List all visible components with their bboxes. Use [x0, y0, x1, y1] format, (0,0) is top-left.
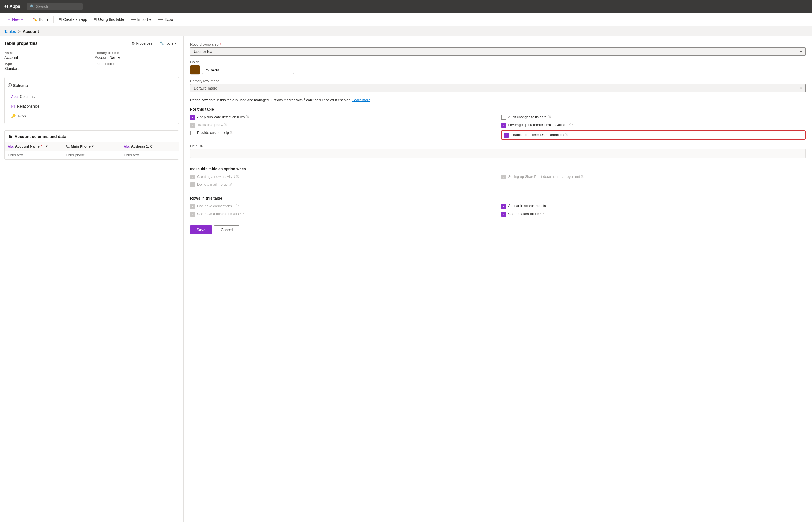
- name-prop: Name Account: [4, 51, 88, 60]
- mail-merge-info-icon[interactable]: ⓘ: [229, 182, 232, 187]
- help-url-label: Help URL: [190, 144, 806, 148]
- apply-duplicate-info-icon[interactable]: ⓘ: [246, 115, 249, 119]
- rows-title: Rows in this table: [190, 196, 806, 200]
- contact-email-info-icon[interactable]: ⓘ: [240, 212, 244, 216]
- contact-email-check-icon: ✓: [191, 212, 194, 216]
- record-ownership-group: Record ownership * User or team ▾: [190, 42, 806, 56]
- ltdr-info-icon[interactable]: ⓘ: [565, 133, 568, 137]
- schema-section: ⓘ Schema Abc Columns ⋈ Relationships 🔑 K…: [4, 77, 179, 124]
- color-swatch[interactable]: [190, 65, 200, 75]
- track-info-icon[interactable]: ⓘ: [224, 122, 227, 127]
- plus-icon: ＋: [7, 17, 11, 22]
- properties-button[interactable]: ⚙ Properties: [129, 40, 155, 46]
- color-input[interactable]: [202, 66, 294, 74]
- enter-text-3[interactable]: [124, 153, 175, 157]
- create-app-button[interactable]: ⊞ Create an app: [56, 16, 90, 23]
- taken-offline-checkbox[interactable]: ✓: [501, 212, 506, 217]
- taken-offline-label: Can be taken offline ⓘ: [508, 212, 544, 216]
- record-ownership-dropdown[interactable]: User or team ▾: [190, 47, 806, 56]
- help-url-box[interactable]: [190, 149, 806, 158]
- mail-merge-row: ✓ Doing a mail merge ⓘ: [190, 182, 495, 187]
- provide-custom-help-label: Provide custom help ⓘ: [197, 130, 234, 135]
- audit-changes-label: Audit changes to its data ⓘ: [508, 115, 551, 119]
- provide-custom-help-checkbox[interactable]: [190, 130, 195, 136]
- type-label: Type: [4, 62, 88, 66]
- sort-asc-icon[interactable]: ↑: [43, 144, 45, 148]
- audit-info-icon[interactable]: ⓘ: [548, 115, 551, 119]
- new-button[interactable]: ＋ New ▾: [4, 16, 26, 23]
- col-header-1: Abc Account Name * ↑ ▾: [5, 142, 63, 150]
- last-modified-label: Last modified: [95, 62, 179, 66]
- divider-make-option: [190, 162, 806, 162]
- contact-email-checkbox[interactable]: ✓: [190, 212, 195, 217]
- schema-relationships[interactable]: ⋈ Relationships: [8, 102, 175, 111]
- creating-activity-check-icon: ✓: [191, 175, 194, 179]
- primary-image-dropdown[interactable]: Default Image ▾: [190, 84, 806, 92]
- breadcrumb-parent[interactable]: Tables: [4, 29, 16, 34]
- enter-text-1[interactable]: [8, 153, 59, 157]
- rows-options-grid: ✓ Can have connections 1 ⓘ ✓ Appear in s…: [190, 204, 806, 217]
- cancel-button[interactable]: Cancel: [214, 225, 240, 235]
- chevron-down-col2[interactable]: ▾: [92, 144, 94, 148]
- breadcrumb-separator: >: [18, 29, 20, 34]
- leverage-info-icon[interactable]: ⓘ: [569, 122, 573, 127]
- leverage-quick-label: Leverage quick-create form if available …: [508, 122, 573, 127]
- track-changes-checkbox[interactable]: ✓: [190, 123, 195, 127]
- taken-offline-info-icon[interactable]: ⓘ: [540, 212, 544, 216]
- check-icon: ✓: [191, 116, 194, 119]
- abc-icon-1: Abc: [8, 145, 14, 148]
- cell-1[interactable]: [5, 151, 63, 159]
- custom-help-info-icon[interactable]: ⓘ: [230, 130, 234, 135]
- columns-section: ⊞ Account columns and data Abc Account N…: [4, 130, 179, 160]
- can-have-connections-checkbox[interactable]: ✓: [190, 204, 195, 209]
- leverage-quick-checkbox[interactable]: ✓: [501, 123, 506, 127]
- import-button[interactable]: ⟵ Import ▾: [128, 16, 154, 23]
- apply-duplicate-row: ✓ Apply duplicate detection rules ⓘ: [190, 115, 495, 120]
- creating-activity-info-icon[interactable]: ⓘ: [236, 174, 239, 179]
- abc-icon-3: Abc: [124, 145, 130, 148]
- audit-changes-checkbox[interactable]: [501, 115, 506, 120]
- edit-button[interactable]: ✏️ Edit ▾: [30, 16, 51, 23]
- using-table-button[interactable]: ⊞ Using this table: [91, 16, 127, 23]
- primary-col-label: Primary column: [95, 51, 179, 55]
- enter-phone[interactable]: [66, 153, 117, 157]
- save-button[interactable]: Save: [190, 225, 212, 235]
- learn-more-link[interactable]: Learn more: [352, 98, 370, 102]
- search-box[interactable]: 🔍: [27, 3, 83, 10]
- connections-check-icon: ✓: [191, 204, 194, 208]
- search-input[interactable]: [36, 4, 79, 8]
- export-button[interactable]: ⟶ Expo: [155, 16, 176, 23]
- sharepoint-checkbox[interactable]: ✓: [501, 175, 506, 179]
- schema-keys[interactable]: 🔑 Keys: [8, 112, 175, 120]
- enable-ltdr-checkbox[interactable]: ✓: [504, 133, 509, 138]
- columns-header: ⊞ Account columns and data: [5, 130, 179, 142]
- grid-icon: ⊞: [9, 134, 13, 139]
- cell-3[interactable]: [121, 151, 179, 159]
- table-properties-header: Table properties ⚙ Properties 🔧 Tools ▾: [4, 40, 179, 46]
- apply-duplicate-checkbox[interactable]: ✓: [190, 115, 195, 120]
- tools-icon: 🔧: [160, 41, 164, 45]
- mail-merge-checkbox[interactable]: ✓: [190, 182, 195, 187]
- chevron-down-icon: ▾: [21, 17, 23, 22]
- primary-col-prop: Primary column Account Name: [95, 51, 179, 60]
- tools-button[interactable]: 🔧 Tools ▾: [157, 40, 179, 46]
- connections-info-icon[interactable]: ⓘ: [236, 204, 239, 208]
- primary-row-image-label: Primary row image: [190, 79, 806, 83]
- divider: [28, 16, 28, 23]
- creating-activity-checkbox[interactable]: ✓: [190, 175, 195, 179]
- app-icon: ⊞: [59, 17, 62, 22]
- primary-col-value: Account Name: [95, 55, 179, 60]
- schema-header: ⓘ Schema: [8, 81, 175, 90]
- edit-icon: ✏️: [33, 17, 38, 22]
- cell-2[interactable]: [63, 151, 121, 159]
- type-prop: Type Standard: [4, 62, 88, 71]
- appear-search-checkbox[interactable]: ✓: [501, 204, 506, 209]
- columns-table-header: Abc Account Name * ↑ ▾ 📞 Main Phone ▾ Ab…: [5, 142, 179, 151]
- for-this-table-options: ✓ Apply duplicate detection rules ⓘ Audi…: [190, 115, 806, 140]
- sharepoint-info-icon[interactable]: ⓘ: [581, 174, 584, 179]
- schema-columns[interactable]: Abc Columns: [8, 92, 175, 101]
- mail-merge-label: Doing a mail merge ⓘ: [197, 182, 232, 187]
- chevron-down-col1[interactable]: ▾: [46, 144, 48, 148]
- appear-search-row: ✓ Appear in search results: [501, 204, 806, 209]
- top-bar: er Apps 🔍: [0, 0, 812, 13]
